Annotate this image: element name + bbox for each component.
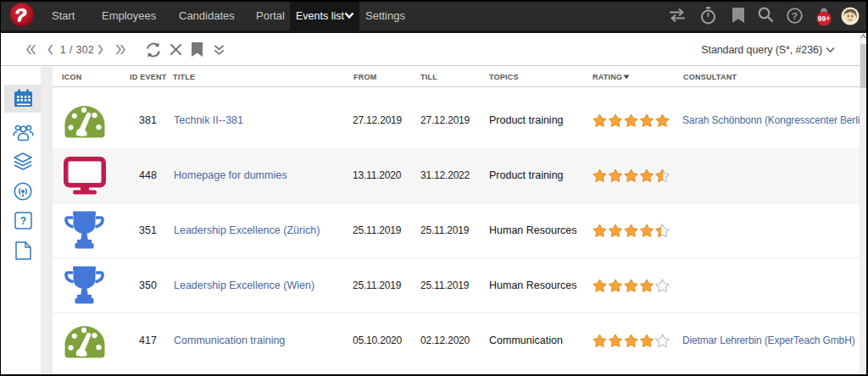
svg-text:99+: 99+ [818, 14, 830, 23]
svg-text:?: ? [792, 11, 798, 21]
svg-text:?: ? [20, 215, 26, 227]
